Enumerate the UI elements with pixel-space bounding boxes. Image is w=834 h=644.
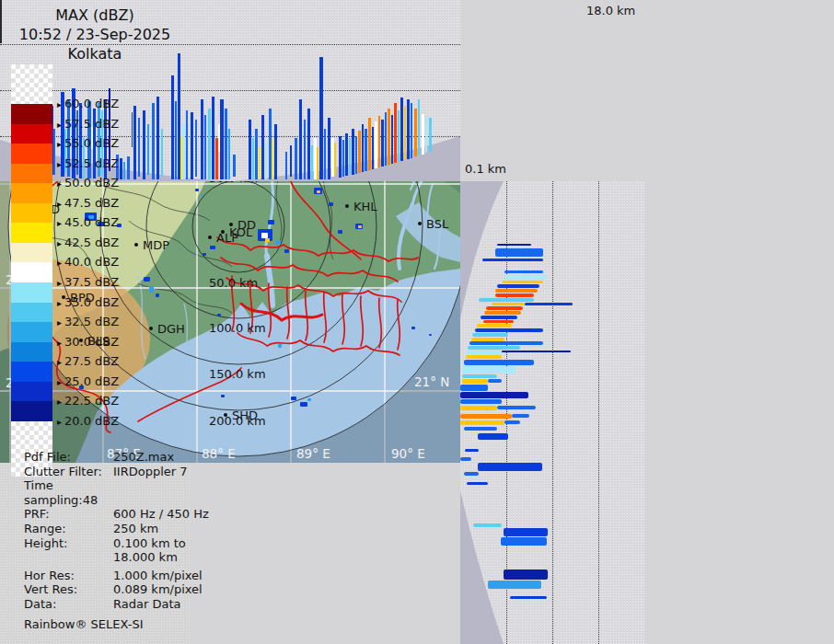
metadata-row: PRF:600 Hz / 450 Hz [24,507,209,522]
echo-column [259,147,261,179]
echo-bar [464,360,534,365]
scale-label: ▸50.0 dBZ [57,176,119,190]
scale-label: ▸47.5 dBZ [57,196,119,210]
scale-label: ▸32.5 dBZ [57,315,119,328]
echo-column [161,129,163,177]
scale-label: ▸20.0 dBZ [57,414,119,428]
echo-bar [477,324,512,328]
echo-bar [484,311,521,315]
echo-column [272,138,273,179]
echo-column [362,124,364,172]
metadata-row: 18.000 km [24,550,209,565]
scale-band [11,303,52,323]
scale-label: ▸52.5 dBZ [57,156,119,170]
scale-band [11,282,52,303]
scale-tick-arrow: ▸ [57,357,62,367]
echo-column [299,99,302,179]
metadata-value: 0.089 km/pixel [113,582,203,597]
echo-column [378,116,380,167]
echo-bar [497,244,531,246]
echo-bar [472,333,508,337]
metadata-row: Height:0.100 km to [24,536,209,551]
scale-tick-arrow: ▸ [57,417,62,427]
echo-column [228,129,230,179]
echo-bar [478,433,508,440]
echo-bar [504,569,548,580]
echo-bar [486,306,523,310]
echo-bar [504,270,543,273]
echo-bar [504,275,547,280]
echo-column [345,133,348,176]
echo-bar [467,482,488,485]
metadata-label: Clutter Filter: [24,465,113,479]
echo-column [152,103,155,179]
echo-bar [464,427,497,431]
echo-bar [468,346,520,350]
echo-column [195,120,197,177]
echo-column [381,120,384,167]
metadata-value: 250 km [113,522,158,536]
svg-text:KHL: KHL [353,200,377,213]
echo-column [385,112,387,166]
echo-bar [460,414,512,419]
echo-bar [460,385,488,391]
echo-column [132,112,133,147]
scale-label: ▸45.0 dBZ [57,215,119,229]
echo-column [285,152,287,179]
echo-column [120,158,122,179]
echo-bar [502,351,571,352]
svg-text:89° E: 89° E [296,446,330,461]
metadata-label: Height: [24,536,113,551]
echo-bar [495,248,543,257]
metadata-value: Radar Data [113,597,180,612]
height-gridline [0,90,460,91]
echo-column [204,115,206,179]
echo-column [404,106,406,160]
metadata-label: Hor Res: [24,569,113,583]
echo-bar [497,406,536,409]
echo-bar [495,293,534,297]
echo-column [365,129,367,171]
product-name: MAX (dBZ) [0,6,190,25]
scale-band [11,124,52,144]
svg-text:ALP: ALP [216,231,238,245]
echo-bar [475,328,543,332]
echo-bar [462,379,488,384]
scale-tick-arrow: ▸ [57,258,62,268]
scale-tick-arrow: ▸ [57,139,62,149]
echo-bar [504,528,548,536]
echo-column [138,118,140,177]
echo-column [186,110,188,179]
echo-column [375,121,377,168]
metadata-row: Vert Res:0.089 km/pixel [24,582,209,597]
scale-band [11,203,52,224]
echo-bar [492,303,525,305]
echo-column [425,116,427,153]
metadata-value: 18.000 km [113,550,178,565]
echo-bar [473,523,502,527]
echo-bar [460,392,528,398]
echo-column [143,110,145,179]
echo-column [328,118,330,179]
echo-bar [460,420,504,425]
metadata-value: 1.000 km/pixel [113,569,203,583]
scale-band [11,362,52,382]
metadata-label [24,550,113,565]
scale-tick-arrow: ▸ [57,99,62,109]
metadata-label: PRF: [24,507,113,522]
metadata-value: 600 Hz / 450 Hz [113,507,209,522]
svg-text:BSL: BSL [426,217,449,231]
echo-column [400,98,403,161]
metadata-value: 250Z.max [113,450,174,465]
scale-tick-arrow: ▸ [57,238,62,248]
scale-tick-arrow: ▸ [57,317,62,328]
scale-label: ▸60.0 dBZ [57,97,119,110]
echo-column [182,124,185,179]
echo-column [414,109,417,156]
echo-column [311,145,313,179]
metadata-row: Hor Res:1.000 km/pixel [24,569,209,583]
echo-bar [478,463,542,471]
legend-panel: MAX (dBZ) 10:52 / 23-Sep-2025 Kolkata ▸6… [0,463,190,644]
echo-bar [462,374,497,378]
echo-column [411,103,412,158]
